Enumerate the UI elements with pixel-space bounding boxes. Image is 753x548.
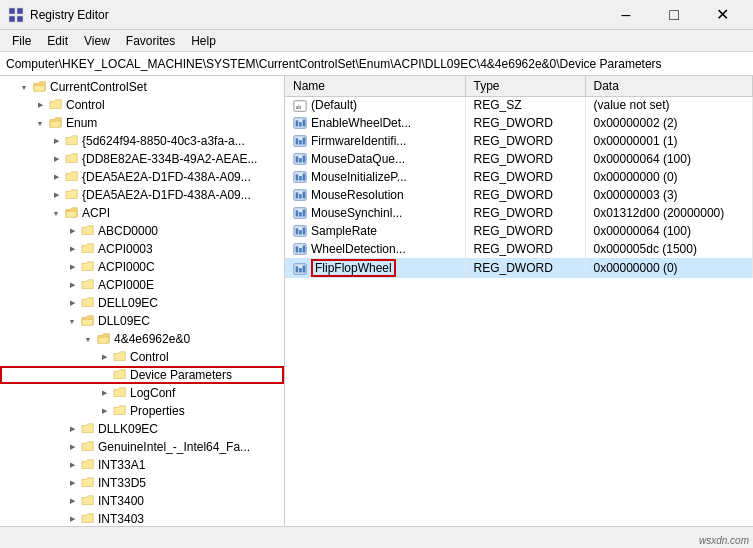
table-row[interactable]: SampleRateREG_DWORD0x00000064 (100) [285,222,753,240]
table-row[interactable]: FirmwareIdentifi...REG_DWORD0x00000001 (… [285,132,753,150]
svg-rect-40 [299,249,302,253]
svg-rect-19 [296,157,299,163]
tree-item[interactable]: Control [0,96,284,114]
tree-item[interactable]: DELL09EC [0,294,284,312]
tree-item[interactable]: ACPI000E [0,276,284,294]
close-button[interactable]: ✕ [699,0,745,30]
expand-button-collapsed[interactable] [64,475,80,491]
expand-button-expanded[interactable] [48,205,64,221]
tree-label: ABCD0000 [98,224,158,238]
registry-table: Name Type Data ab(Default)REG_SZ(value n… [285,76,753,278]
minimize-button[interactable]: – [603,0,649,30]
tree-item[interactable]: ACPI0003 [0,240,284,258]
menu-item-view[interactable]: View [76,32,118,50]
expand-button-collapsed[interactable] [64,421,80,437]
reg-name-text: MouseSynchinl... [311,206,402,220]
cell-data: 0x00000064 (100) [585,222,753,240]
tree-item[interactable]: {5d624f94-8850-40c3-a3fa-a... [0,132,284,150]
expand-button-collapsed[interactable] [64,259,80,275]
status-bar [0,526,753,548]
folder-icon [112,367,128,383]
tree-label: {DEA5AE2A-D1FD-438A-A09... [82,188,251,202]
right-panel[interactable]: Name Type Data ab(Default)REG_SZ(value n… [285,76,753,526]
expand-button-collapsed[interactable] [64,457,80,473]
folder-icon [80,241,96,257]
menu-item-favorites[interactable]: Favorites [118,32,183,50]
folder-icon [112,349,128,365]
tree-item[interactable]: DLLK09EC [0,420,284,438]
svg-rect-11 [296,121,299,127]
window-title: Registry Editor [30,8,603,22]
tree-item[interactable]: {DD8E82AE-334B-49A2-AEAE... [0,150,284,168]
table-row[interactable]: FlipFlopWheelREG_DWORD0x00000000 (0) [285,258,753,278]
tree-item[interactable]: ACPI [0,204,284,222]
expand-button-collapsed[interactable] [48,169,64,185]
cell-type: REG_DWORD [465,150,585,168]
tree-label: {5d624f94-8850-40c3-a3fa-a... [82,134,245,148]
expand-button-collapsed[interactable] [48,187,64,203]
tree-item[interactable]: INT3400 [0,492,284,510]
reg-name-text: WheelDetection... [311,242,406,256]
folder-icon [80,475,96,491]
table-row[interactable]: MouseInitializeP...REG_DWORD0x00000000 (… [285,168,753,186]
expand-button-collapsed[interactable] [64,511,80,526]
expand-button-collapsed[interactable] [64,223,80,239]
cell-name: ab(Default) [285,96,465,114]
tree-item[interactable]: DLL09EC [0,312,284,330]
svg-rect-43 [296,266,299,272]
tree-item[interactable]: INT33A1 [0,456,284,474]
tree-item[interactable]: 4&4e6962e&0 [0,330,284,348]
tree-item[interactable]: ACPI000C [0,258,284,276]
expand-button-collapsed[interactable] [96,349,112,365]
tree-label: ACPI [82,206,110,220]
table-row[interactable]: MouseResolutionREG_DWORD0x00000003 (3) [285,186,753,204]
tree-item[interactable]: Control [0,348,284,366]
expand-button-collapsed[interactable] [64,277,80,293]
expand-button-collapsed[interactable] [48,151,64,167]
table-row[interactable]: EnableWheelDet...REG_DWORD0x00000002 (2) [285,114,753,132]
tree-item[interactable]: INT3403 [0,510,284,526]
menu-item-help[interactable]: Help [183,32,224,50]
expand-button-collapsed[interactable] [64,493,80,509]
cell-data: 0x00000000 (0) [585,258,753,278]
expand-button-collapsed[interactable] [64,241,80,257]
svg-rect-33 [303,210,306,217]
table-row[interactable]: MouseSynchinl...REG_DWORD0x01312d00 (200… [285,204,753,222]
table-row[interactable]: ab(Default)REG_SZ(value not set) [285,96,753,114]
tree-item[interactable]: LogConf [0,384,284,402]
expand-button-collapsed[interactable] [64,295,80,311]
table-row[interactable]: MouseDataQue...REG_DWORD0x00000064 (100) [285,150,753,168]
tree-item[interactable]: Enum [0,114,284,132]
menu-item-file[interactable]: File [4,32,39,50]
expand-button-collapsed[interactable] [48,133,64,149]
tree-item[interactable]: GenuineIntel_-_Intel64_Fa... [0,438,284,456]
tree-item[interactable]: INT33D5 [0,474,284,492]
menu-item-edit[interactable]: Edit [39,32,76,50]
expand-button-expanded[interactable] [80,331,96,347]
expand-button-expanded[interactable] [16,79,32,95]
tree-item[interactable]: CurrentControlSet [0,78,284,96]
expand-button-collapsed[interactable] [96,403,112,419]
reg-value-icon [293,206,307,220]
svg-rect-16 [299,141,302,145]
expand-button-collapsed[interactable] [32,97,48,113]
expand-button-expanded[interactable] [64,313,80,329]
table-row[interactable]: WheelDetection...REG_DWORD0x000005dc (15… [285,240,753,258]
tree-item[interactable]: {DEA5AE2A-D1FD-438A-A09... [0,186,284,204]
tree-item[interactable]: Properties [0,402,284,420]
tree-item[interactable]: ABCD0000 [0,222,284,240]
expand-button-collapsed[interactable] [64,439,80,455]
tree-label: DLLK09EC [98,422,158,436]
svg-rect-21 [303,156,306,163]
tree-label: ACPI0003 [98,242,153,256]
svg-rect-45 [303,265,306,272]
tree-panel[interactable]: CurrentControlSetControlEnum{5d624f94-88… [0,76,285,526]
expand-button-collapsed[interactable] [96,385,112,401]
cell-name: EnableWheelDet... [285,114,465,132]
cell-data: 0x00000003 (3) [585,186,753,204]
tree-item[interactable]: Device Parameters [0,366,284,384]
expand-button-expanded[interactable] [32,115,48,131]
tree-item[interactable]: {DEA5AE2A-D1FD-438A-A09... [0,168,284,186]
reg-value-icon [293,152,307,166]
maximize-button[interactable]: □ [651,0,697,30]
